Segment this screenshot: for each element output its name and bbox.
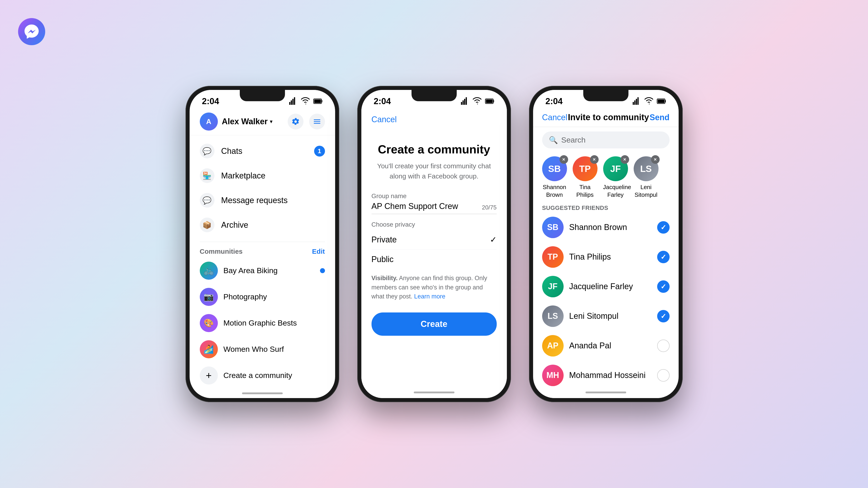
cancel-button-2[interactable]: Cancel [372, 115, 397, 124]
community-women-who-surf[interactable]: 🏄 Women Who Surf [190, 336, 335, 362]
group-name-value[interactable]: AP Chem Support Crew [372, 201, 497, 211]
community-bay-area-biking[interactable]: 🚲 Bay Area Biking [190, 258, 335, 284]
motion-graphic-name: Motion Graphic Bests [223, 319, 325, 327]
tina-checkbox[interactable] [657, 251, 670, 263]
phones-container: 2:04 A Alex Walker ▾ [186, 86, 683, 402]
svg-rect-12 [493, 100, 494, 103]
friend-item-ananda[interactable]: AP Ananda Pal [533, 331, 679, 361]
chats-label: Chats [221, 147, 307, 156]
friend-item-mohammad[interactable]: MH Mohammad Hosseini [533, 361, 679, 387]
time-3: 2:04 [546, 96, 563, 106]
leni-checkbox[interactable] [657, 310, 670, 322]
women-who-surf-name: Women Who Surf [223, 345, 325, 354]
communities-title: Communities [200, 248, 243, 255]
create-button[interactable]: Create [372, 313, 497, 336]
selected-user-shannon: SB × ShannonBrown [542, 156, 567, 199]
mohammad-checkbox[interactable] [657, 369, 670, 382]
phone-1: 2:04 A Alex Walker ▾ [186, 86, 339, 402]
privacy-option-private[interactable]: Private ✓ [372, 230, 497, 250]
svg-rect-1 [290, 101, 292, 105]
marketplace-nav-item[interactable]: 🏪 Marketplace [190, 163, 335, 188]
svg-rect-19 [665, 100, 666, 103]
create-community-subtitle: You'll create your first community chat … [372, 161, 497, 181]
community-photography[interactable]: 📷 Photography [190, 284, 335, 310]
hamburger-icon [313, 117, 321, 126]
archive-label: Archive [221, 220, 325, 230]
remove-tina-button[interactable]: × [590, 155, 599, 164]
battery-icon-1 [313, 96, 323, 106]
svg-rect-3 [294, 97, 295, 105]
send-button[interactable]: Send [649, 113, 669, 122]
message-requests-nav-item[interactable]: 💬 Message requests [190, 188, 335, 213]
selected-user-jacqueline: JF × JacquelineFarley [603, 156, 628, 199]
jacqueline-checkbox[interactable] [657, 281, 670, 293]
community-motion-graphic-bests[interactable]: 🎨 Motion Graphic Bests [190, 310, 335, 336]
time-2: 2:04 [374, 96, 391, 106]
friend-item-tina[interactable]: TP Tina Philips [533, 242, 679, 272]
leni-selected-name: LeniSitompul [634, 184, 657, 199]
visibility-text: Visibility. Anyone can find this group. … [372, 273, 497, 301]
svg-rect-16 [636, 99, 637, 105]
svg-rect-7 [461, 102, 462, 105]
create-community-header: Cancel [361, 108, 507, 131]
archive-nav-item[interactable]: 📦 Archive [190, 213, 335, 237]
notch-2 [411, 90, 457, 101]
user-name-row: Alex Walker ▾ [222, 117, 273, 126]
shannon-checkbox[interactable] [657, 221, 670, 234]
ananda-checkbox[interactable] [657, 339, 670, 352]
wifi-icon-2 [473, 96, 482, 106]
shannon-avatar: SB [542, 217, 564, 238]
marketplace-label: Marketplace [221, 171, 325, 181]
signal-icon-2 [461, 96, 470, 106]
search-bar[interactable]: 🔍 Search [542, 131, 670, 149]
svg-rect-17 [637, 97, 639, 105]
menu-button[interactable] [309, 113, 325, 129]
nav-items: 💬 Chats 1 🏪 Marketplace 💬 Message reques… [190, 135, 335, 240]
status-icons-1 [289, 96, 323, 106]
phone-1-inner: 2:04 A Alex Walker ▾ [190, 90, 335, 398]
tina-selected-avatar: TP × [572, 156, 597, 181]
notch-3 [583, 90, 628, 101]
svg-rect-14 [632, 102, 634, 105]
leni-name: Leni Sitompul [569, 311, 652, 321]
message-requests-icon: 💬 [200, 193, 214, 207]
mohammad-avatar: MH [542, 365, 564, 386]
signal-icon-1 [289, 96, 298, 106]
tina-name: Tina Philips [569, 252, 652, 262]
friend-item-jacqueline[interactable]: JF Jacqueline Farley [533, 272, 679, 301]
learn-more-link[interactable]: Learn more [414, 293, 445, 300]
friend-list: SB Shannon Brown TP Tina Philips JF Jacq… [533, 213, 679, 387]
chats-nav-item[interactable]: 💬 Chats 1 [190, 139, 335, 163]
ananda-name: Ananda Pal [569, 341, 652, 350]
leni-avatar: LS [542, 305, 564, 327]
bay-area-biking-dot [320, 268, 325, 273]
privacy-option-public[interactable]: Public [372, 250, 497, 269]
home-indicator-3 [533, 387, 679, 398]
friend-item-shannon[interactable]: SB Shannon Brown [533, 213, 679, 242]
remove-leni-button[interactable]: × [651, 155, 660, 164]
chats-icon: 💬 [200, 144, 214, 158]
gear-button[interactable] [288, 113, 304, 129]
user-name: Alex Walker [222, 117, 268, 126]
friend-item-leni[interactable]: LS Leni Sitompul [533, 301, 679, 331]
privacy-label: Choose privacy [372, 221, 497, 228]
notch-1 [240, 90, 285, 101]
plus-icon: + [200, 366, 218, 385]
public-label: Public [372, 255, 394, 264]
invite-title: Invite to community [568, 112, 649, 122]
remove-jacqueline-button[interactable]: × [621, 155, 629, 164]
svg-rect-15 [634, 101, 635, 105]
cancel-button-3[interactable]: Cancel [542, 113, 567, 122]
messenger-logo [18, 18, 45, 45]
women-who-surf-avatar: 🏄 [200, 340, 218, 358]
user-profile[interactable]: A Alex Walker ▾ [200, 112, 273, 131]
svg-rect-5 [321, 100, 322, 103]
remove-shannon-button[interactable]: × [560, 155, 568, 164]
battery-icon-3 [657, 96, 666, 106]
signal-icon-3 [632, 96, 642, 106]
svg-rect-13 [486, 99, 493, 103]
edit-button[interactable]: Edit [312, 248, 325, 255]
home-indicator-1 [190, 389, 335, 398]
create-community-item[interactable]: + Create a community [190, 362, 335, 389]
battery-icon-2 [485, 96, 494, 106]
